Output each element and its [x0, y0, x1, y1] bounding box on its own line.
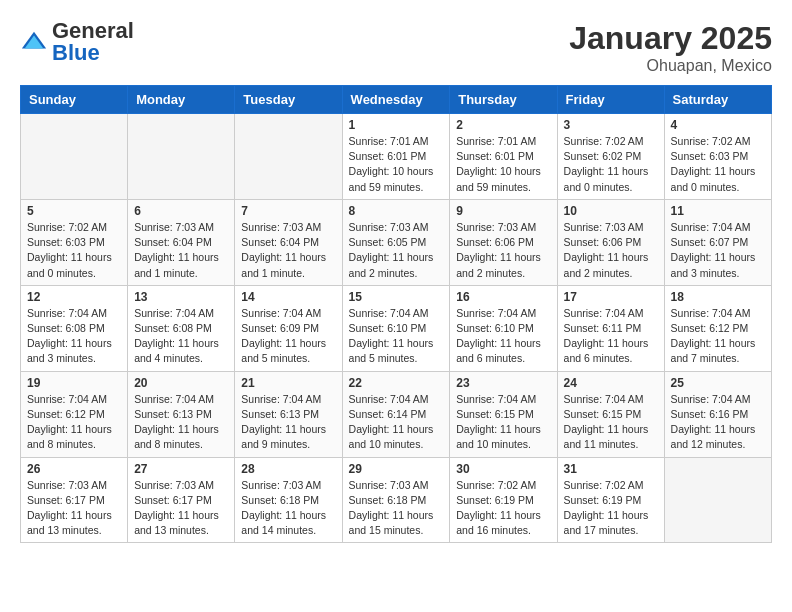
- day-number: 22: [349, 376, 444, 390]
- calendar-cell: 23Sunrise: 7:04 AM Sunset: 6:15 PM Dayli…: [450, 371, 557, 457]
- day-info: Sunrise: 7:01 AM Sunset: 6:01 PM Dayligh…: [349, 134, 444, 195]
- title-block: January 2025 Ohuapan, Mexico: [569, 20, 772, 75]
- day-info: Sunrise: 7:02 AM Sunset: 6:19 PM Dayligh…: [564, 478, 658, 539]
- day-number: 18: [671, 290, 765, 304]
- day-number: 26: [27, 462, 121, 476]
- calendar-cell: 6Sunrise: 7:03 AM Sunset: 6:04 PM Daylig…: [128, 199, 235, 285]
- day-info: Sunrise: 7:02 AM Sunset: 6:19 PM Dayligh…: [456, 478, 550, 539]
- calendar-cell: 14Sunrise: 7:04 AM Sunset: 6:09 PM Dayli…: [235, 285, 342, 371]
- calendar-header-row: SundayMondayTuesdayWednesdayThursdayFrid…: [21, 86, 772, 114]
- calendar-cell: 29Sunrise: 7:03 AM Sunset: 6:18 PM Dayli…: [342, 457, 450, 543]
- day-info: Sunrise: 7:04 AM Sunset: 6:12 PM Dayligh…: [27, 392, 121, 453]
- calendar-week-row: 1Sunrise: 7:01 AM Sunset: 6:01 PM Daylig…: [21, 114, 772, 200]
- day-number: 23: [456, 376, 550, 390]
- day-info: Sunrise: 7:03 AM Sunset: 6:06 PM Dayligh…: [564, 220, 658, 281]
- day-info: Sunrise: 7:03 AM Sunset: 6:06 PM Dayligh…: [456, 220, 550, 281]
- day-number: 16: [456, 290, 550, 304]
- calendar-cell: 9Sunrise: 7:03 AM Sunset: 6:06 PM Daylig…: [450, 199, 557, 285]
- day-info: Sunrise: 7:04 AM Sunset: 6:12 PM Dayligh…: [671, 306, 765, 367]
- calendar-week-row: 19Sunrise: 7:04 AM Sunset: 6:12 PM Dayli…: [21, 371, 772, 457]
- calendar-cell: 12Sunrise: 7:04 AM Sunset: 6:08 PM Dayli…: [21, 285, 128, 371]
- calendar-cell: 8Sunrise: 7:03 AM Sunset: 6:05 PM Daylig…: [342, 199, 450, 285]
- calendar-cell: 30Sunrise: 7:02 AM Sunset: 6:19 PM Dayli…: [450, 457, 557, 543]
- day-number: 13: [134, 290, 228, 304]
- day-number: 21: [241, 376, 335, 390]
- day-info: Sunrise: 7:02 AM Sunset: 6:02 PM Dayligh…: [564, 134, 658, 195]
- day-of-week-header: Tuesday: [235, 86, 342, 114]
- day-number: 24: [564, 376, 658, 390]
- calendar-cell: 17Sunrise: 7:04 AM Sunset: 6:11 PM Dayli…: [557, 285, 664, 371]
- day-of-week-header: Thursday: [450, 86, 557, 114]
- calendar-cell: 28Sunrise: 7:03 AM Sunset: 6:18 PM Dayli…: [235, 457, 342, 543]
- day-number: 29: [349, 462, 444, 476]
- calendar-cell: 1Sunrise: 7:01 AM Sunset: 6:01 PM Daylig…: [342, 114, 450, 200]
- day-number: 17: [564, 290, 658, 304]
- day-number: 27: [134, 462, 228, 476]
- day-info: Sunrise: 7:04 AM Sunset: 6:13 PM Dayligh…: [241, 392, 335, 453]
- day-info: Sunrise: 7:03 AM Sunset: 6:17 PM Dayligh…: [134, 478, 228, 539]
- day-info: Sunrise: 7:03 AM Sunset: 6:18 PM Dayligh…: [349, 478, 444, 539]
- calendar-cell: 21Sunrise: 7:04 AM Sunset: 6:13 PM Dayli…: [235, 371, 342, 457]
- calendar-cell: [235, 114, 342, 200]
- calendar-cell: 25Sunrise: 7:04 AM Sunset: 6:16 PM Dayli…: [664, 371, 771, 457]
- day-number: 7: [241, 204, 335, 218]
- calendar-cell: 4Sunrise: 7:02 AM Sunset: 6:03 PM Daylig…: [664, 114, 771, 200]
- calendar-cell: 16Sunrise: 7:04 AM Sunset: 6:10 PM Dayli…: [450, 285, 557, 371]
- day-number: 19: [27, 376, 121, 390]
- day-info: Sunrise: 7:04 AM Sunset: 6:07 PM Dayligh…: [671, 220, 765, 281]
- day-info: Sunrise: 7:03 AM Sunset: 6:17 PM Dayligh…: [27, 478, 121, 539]
- day-info: Sunrise: 7:04 AM Sunset: 6:15 PM Dayligh…: [456, 392, 550, 453]
- calendar-cell: 7Sunrise: 7:03 AM Sunset: 6:04 PM Daylig…: [235, 199, 342, 285]
- calendar-cell: 24Sunrise: 7:04 AM Sunset: 6:15 PM Dayli…: [557, 371, 664, 457]
- calendar-cell: 2Sunrise: 7:01 AM Sunset: 6:01 PM Daylig…: [450, 114, 557, 200]
- day-info: Sunrise: 7:03 AM Sunset: 6:18 PM Dayligh…: [241, 478, 335, 539]
- day-number: 12: [27, 290, 121, 304]
- day-of-week-header: Friday: [557, 86, 664, 114]
- calendar-cell: [128, 114, 235, 200]
- day-info: Sunrise: 7:04 AM Sunset: 6:10 PM Dayligh…: [349, 306, 444, 367]
- calendar-cell: [21, 114, 128, 200]
- day-number: 25: [671, 376, 765, 390]
- day-info: Sunrise: 7:04 AM Sunset: 6:08 PM Dayligh…: [27, 306, 121, 367]
- day-number: 8: [349, 204, 444, 218]
- day-of-week-header: Sunday: [21, 86, 128, 114]
- day-number: 15: [349, 290, 444, 304]
- day-number: 5: [27, 204, 121, 218]
- calendar-cell: 26Sunrise: 7:03 AM Sunset: 6:17 PM Dayli…: [21, 457, 128, 543]
- day-info: Sunrise: 7:02 AM Sunset: 6:03 PM Dayligh…: [27, 220, 121, 281]
- day-number: 4: [671, 118, 765, 132]
- logo-blue-text: Blue: [52, 40, 100, 65]
- day-number: 6: [134, 204, 228, 218]
- month-year-title: January 2025: [569, 20, 772, 57]
- day-info: Sunrise: 7:04 AM Sunset: 6:10 PM Dayligh…: [456, 306, 550, 367]
- logo: General Blue: [20, 20, 134, 64]
- calendar-cell: 15Sunrise: 7:04 AM Sunset: 6:10 PM Dayli…: [342, 285, 450, 371]
- day-info: Sunrise: 7:04 AM Sunset: 6:15 PM Dayligh…: [564, 392, 658, 453]
- calendar-cell: 27Sunrise: 7:03 AM Sunset: 6:17 PM Dayli…: [128, 457, 235, 543]
- day-info: Sunrise: 7:01 AM Sunset: 6:01 PM Dayligh…: [456, 134, 550, 195]
- day-number: 2: [456, 118, 550, 132]
- calendar-cell: 11Sunrise: 7:04 AM Sunset: 6:07 PM Dayli…: [664, 199, 771, 285]
- calendar-cell: 10Sunrise: 7:03 AM Sunset: 6:06 PM Dayli…: [557, 199, 664, 285]
- day-number: 31: [564, 462, 658, 476]
- calendar-week-row: 12Sunrise: 7:04 AM Sunset: 6:08 PM Dayli…: [21, 285, 772, 371]
- calendar-cell: 19Sunrise: 7:04 AM Sunset: 6:12 PM Dayli…: [21, 371, 128, 457]
- day-info: Sunrise: 7:04 AM Sunset: 6:09 PM Dayligh…: [241, 306, 335, 367]
- calendar-cell: 31Sunrise: 7:02 AM Sunset: 6:19 PM Dayli…: [557, 457, 664, 543]
- calendar-cell: 5Sunrise: 7:02 AM Sunset: 6:03 PM Daylig…: [21, 199, 128, 285]
- day-info: Sunrise: 7:04 AM Sunset: 6:08 PM Dayligh…: [134, 306, 228, 367]
- day-number: 10: [564, 204, 658, 218]
- day-info: Sunrise: 7:03 AM Sunset: 6:05 PM Dayligh…: [349, 220, 444, 281]
- day-info: Sunrise: 7:04 AM Sunset: 6:16 PM Dayligh…: [671, 392, 765, 453]
- calendar-table: SundayMondayTuesdayWednesdayThursdayFrid…: [20, 85, 772, 543]
- calendar-cell: 18Sunrise: 7:04 AM Sunset: 6:12 PM Dayli…: [664, 285, 771, 371]
- calendar-week-row: 5Sunrise: 7:02 AM Sunset: 6:03 PM Daylig…: [21, 199, 772, 285]
- day-number: 3: [564, 118, 658, 132]
- day-info: Sunrise: 7:04 AM Sunset: 6:11 PM Dayligh…: [564, 306, 658, 367]
- day-number: 1: [349, 118, 444, 132]
- calendar-cell: 22Sunrise: 7:04 AM Sunset: 6:14 PM Dayli…: [342, 371, 450, 457]
- page-header: General Blue January 2025 Ohuapan, Mexic…: [20, 20, 772, 75]
- calendar-cell: 3Sunrise: 7:02 AM Sunset: 6:02 PM Daylig…: [557, 114, 664, 200]
- day-info: Sunrise: 7:04 AM Sunset: 6:14 PM Dayligh…: [349, 392, 444, 453]
- location-subtitle: Ohuapan, Mexico: [569, 57, 772, 75]
